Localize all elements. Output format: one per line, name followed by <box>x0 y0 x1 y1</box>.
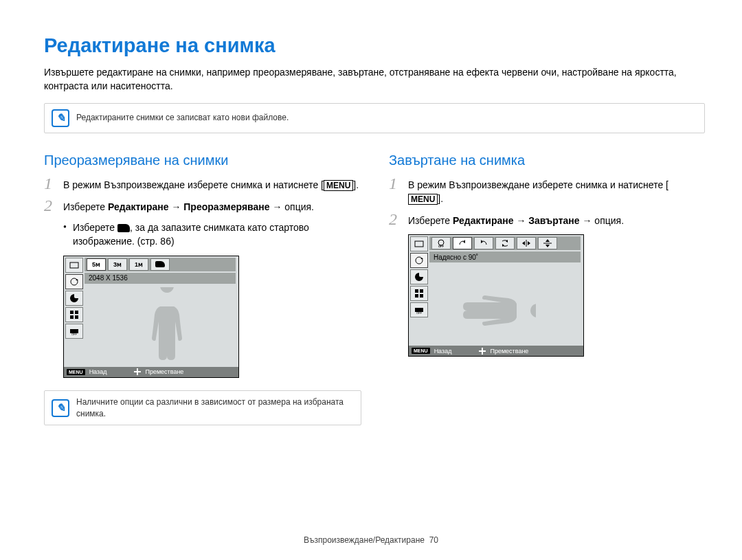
arrow-icon: → <box>516 215 526 226</box>
lcd-side-resize-icon <box>65 258 83 273</box>
page-footer: Възпроизвеждане/Редактиране 70 <box>0 535 742 545</box>
svg-rect-12 <box>415 294 418 298</box>
lcd-menu-badge: MENU <box>412 348 430 354</box>
step-1-right: В режим Възпроизвеждане изберете снимка … <box>408 177 698 206</box>
step-number: 2 <box>389 211 408 227</box>
lcd-side-palette-icon <box>65 291 83 306</box>
t: Завъртане <box>528 215 579 226</box>
page-title: Редактиране на снимка <box>44 34 698 57</box>
t: опция. <box>284 201 314 212</box>
svg-rect-8 <box>415 241 423 247</box>
t: Изберете <box>73 222 117 233</box>
rot-left-90-icon <box>474 237 493 249</box>
lcd-side-rotate-icon <box>65 274 83 289</box>
lcd-side-grid-icon <box>65 307 83 322</box>
step-number: 1 <box>44 175 63 192</box>
photo-silhouette-icon <box>139 287 194 363</box>
startup-image-icon <box>117 224 130 232</box>
flip-h-icon <box>517 237 536 249</box>
lcd-opt-1m: 1ᴍ <box>129 258 148 271</box>
note-icon: ✎ <box>52 109 69 127</box>
step-number: 2 <box>44 197 63 214</box>
sub-bullet-left: Изберете , за да запазите снимката като … <box>63 221 361 249</box>
lcd-move-label: Преместване <box>145 368 183 375</box>
menu-label-icon: MENU <box>408 194 438 205</box>
footer-section: Възпроизвеждане/Редактиране <box>304 535 425 545</box>
arrow-icon: → <box>582 215 592 226</box>
lcd-opt-5m: 5ᴍ <box>87 258 106 271</box>
t: опция. <box>594 215 624 226</box>
step-2-left: Изберете Редактиране → Преоразмеряване →… <box>63 199 361 214</box>
lcd-back-label: Назад <box>89 368 107 375</box>
photo-silhouette-icon <box>460 283 536 338</box>
note-box-1: ✎ Редактираните снимки се записват като … <box>44 103 705 133</box>
t: Редактиране <box>453 215 514 226</box>
nav-cross-icon <box>134 368 141 375</box>
footer-page-number: 70 <box>429 535 438 545</box>
t: Преоразмеряване <box>183 201 269 212</box>
lcd-side-resize-icon <box>410 236 428 251</box>
lcd-menu-badge: MENU <box>67 369 85 375</box>
camera-lcd-rotate: OFF OFF Надясно с 90˚ MENU Назад <box>408 234 584 357</box>
lcd-opt-startup <box>150 258 170 271</box>
rot-180-icon <box>495 237 515 249</box>
lcd-opt-3m: 3ᴍ <box>108 258 127 271</box>
lcd-side-adjust-icon: OFF <box>65 324 83 339</box>
lcd-move-label: Преместване <box>490 348 528 355</box>
step-1-left-a: В режим Възпроизвеждане изберете снимка … <box>63 179 324 190</box>
flip-v-icon <box>538 237 557 249</box>
svg-rect-13 <box>420 294 423 298</box>
svg-rect-11 <box>420 289 423 293</box>
t: В режим Възпроизвеждане изберете снимка … <box>408 179 668 190</box>
rot-right-90-icon <box>453 237 472 249</box>
arrow-icon: → <box>171 201 181 212</box>
lcd-side-palette-icon <box>410 269 428 284</box>
svg-rect-2 <box>70 311 74 314</box>
rot-off-icon: OFF <box>431 237 451 249</box>
t: Изберете <box>408 215 453 226</box>
intro-text: Извършете редактиране на снимки, наприме… <box>44 65 698 93</box>
step-1-left: В режим Възпроизвеждане изберете снимка … <box>63 177 361 192</box>
note-icon: ✎ <box>52 399 69 417</box>
nav-cross-icon <box>479 348 486 355</box>
lcd-side-adjust-icon: OFF <box>410 302 428 317</box>
note-box-2: ✎ Наличните опции са различни в зависимо… <box>44 390 361 426</box>
arrow-icon: → <box>272 201 282 212</box>
step-2-right: Изберете Редактиране → Завъртане → опция… <box>408 212 698 227</box>
svg-rect-5 <box>75 315 78 319</box>
lcd-side-grid-icon <box>410 286 428 301</box>
t: Редактиране <box>108 201 169 212</box>
camera-lcd-resize: OFF 5ᴍ 3ᴍ 1ᴍ 2048 X 1536 MENU Назад <box>63 256 239 378</box>
lcd-label-right: Надясно с 90˚ <box>429 251 581 262</box>
lcd-label-left: 2048 X 1536 <box>85 273 236 284</box>
svg-rect-3 <box>75 311 78 314</box>
t: Изберете <box>63 201 108 212</box>
lcd-back-label: Назад <box>434 348 452 355</box>
svg-text:OFF: OFF <box>71 333 78 336</box>
svg-text:OFF: OFF <box>416 311 423 315</box>
note-text-1: Редактираните снимки се записват като но… <box>76 112 289 124</box>
step-1-left-b: ]. <box>353 179 359 190</box>
svg-text:OFF: OFF <box>438 245 445 247</box>
section-heading-resize: Преоразмеряване на снимки <box>44 153 361 168</box>
section-heading-rotate: Завъртане на снимка <box>389 153 698 168</box>
note-text-2: Наличните опции са различни в зависимост… <box>76 396 354 420</box>
svg-rect-0 <box>70 262 78 268</box>
lcd-side-rotate-icon <box>410 253 428 268</box>
step-number: 1 <box>389 175 408 192</box>
menu-label-icon: MENU <box>324 180 353 191</box>
svg-rect-4 <box>70 315 74 319</box>
t: ]. <box>438 193 443 204</box>
svg-rect-10 <box>415 289 418 293</box>
